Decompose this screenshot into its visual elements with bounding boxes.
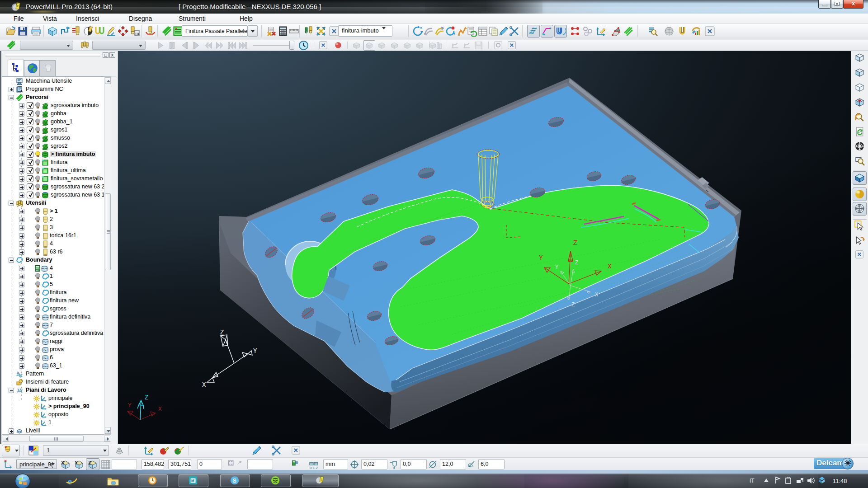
svg-text:Z: Z xyxy=(571,302,575,308)
svg-text:Z: Z xyxy=(145,394,148,401)
svg-text:e: e xyxy=(68,476,72,486)
svg-text:Y: Y xyxy=(539,254,543,262)
svg-text:Y: Y xyxy=(555,264,558,271)
svg-text:Y: Y xyxy=(128,402,132,409)
svg-text:X: X xyxy=(202,381,206,389)
svg-text:Z: Z xyxy=(575,260,578,266)
svg-text:M: M xyxy=(191,479,194,483)
svg-text:0 1 2: 0 1 2 xyxy=(310,466,318,469)
svg-text:X: X xyxy=(61,460,65,465)
svg-text:Y: Y xyxy=(253,347,257,355)
svg-text:X: X xyxy=(595,292,598,298)
svg-text:Z: Z xyxy=(573,239,577,247)
svg-text:Z: Z xyxy=(88,460,91,465)
svg-text:S: S xyxy=(233,477,237,484)
svg-text:X: X xyxy=(158,406,162,413)
svg-text:Y: Y xyxy=(75,460,78,465)
svg-text:X: X xyxy=(608,263,612,271)
svg-text:Z: Z xyxy=(220,329,224,336)
